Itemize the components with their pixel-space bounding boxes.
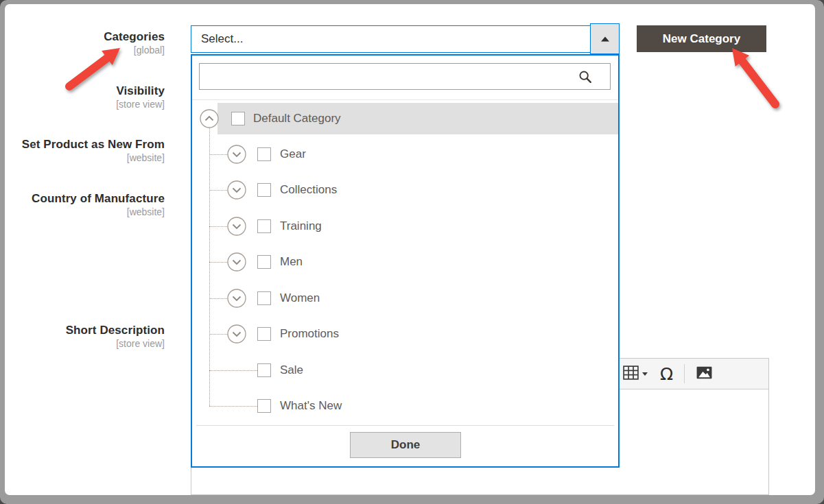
new-category-button[interactable]: New Category bbox=[637, 25, 766, 52]
chevron-down-icon bbox=[642, 372, 648, 376]
field-label-set-product-as-new-from: Set Product as New From [website] bbox=[0, 138, 165, 164]
field-label-text: Set Product as New From bbox=[0, 138, 165, 152]
tree-connector-horizontal bbox=[209, 190, 227, 191]
table-button[interactable] bbox=[621, 363, 649, 385]
field-label-country-of-manufacture: Country of Manufacture [website] bbox=[0, 192, 165, 218]
field-scope-badge: [website] bbox=[0, 152, 165, 164]
expand-node-icon[interactable] bbox=[227, 252, 246, 272]
tree-connector-horizontal bbox=[209, 334, 227, 335]
category-checkbox[interactable] bbox=[257, 291, 271, 305]
image-icon bbox=[696, 364, 713, 383]
category-label[interactable]: Women bbox=[280, 290, 320, 307]
field-label-categories: Categories [global] bbox=[0, 30, 165, 56]
categories-select-value: Select... bbox=[201, 26, 243, 52]
omega-icon: Ω bbox=[660, 365, 673, 383]
special-character-button[interactable]: Ω bbox=[659, 364, 674, 384]
category-checkbox[interactable] bbox=[257, 255, 271, 269]
tree-connector-horizontal bbox=[209, 262, 227, 263]
tree-connector-horizontal bbox=[209, 370, 257, 371]
dropdown-footer-divider bbox=[196, 425, 614, 426]
tree-connector-horizontal bbox=[209, 406, 257, 407]
field-label-visibility: Visibility [store view] bbox=[0, 84, 165, 110]
field-scope-badge: [store view] bbox=[0, 338, 165, 350]
expand-node-icon[interactable] bbox=[227, 289, 246, 308]
categories-select-toggle-button[interactable] bbox=[590, 23, 620, 54]
field-label-short-description: Short Description [store view] bbox=[0, 324, 165, 350]
expand-node-icon[interactable] bbox=[227, 217, 246, 236]
category-checkbox[interactable] bbox=[257, 399, 271, 413]
field-label-text: Categories bbox=[0, 30, 165, 44]
done-button[interactable]: Done bbox=[350, 432, 461, 458]
tree-connector-horizontal bbox=[209, 298, 227, 299]
tree-connector-horizontal bbox=[209, 154, 227, 155]
category-checkbox[interactable] bbox=[257, 363, 271, 377]
category-label[interactable]: Collections bbox=[280, 182, 337, 198]
table-icon bbox=[622, 364, 639, 383]
field-scope-badge: [website] bbox=[0, 206, 165, 218]
category-label[interactable]: Default Category bbox=[253, 110, 341, 127]
categories-select[interactable]: Select... bbox=[191, 25, 620, 53]
caret-up-icon bbox=[601, 36, 609, 41]
category-checkbox[interactable] bbox=[257, 183, 271, 197]
field-scope-badge: [global] bbox=[0, 45, 165, 56]
category-checkbox[interactable] bbox=[257, 219, 271, 233]
category-checkbox[interactable] bbox=[257, 327, 271, 341]
field-label-text: Country of Manufacture bbox=[0, 192, 165, 206]
category-label[interactable]: Gear bbox=[280, 146, 306, 163]
category-label[interactable]: Promotions bbox=[280, 326, 339, 342]
expand-node-icon[interactable] bbox=[227, 324, 246, 344]
tree-connector-horizontal bbox=[209, 226, 227, 227]
category-label[interactable]: Sale bbox=[280, 362, 303, 379]
expand-node-icon[interactable] bbox=[227, 145, 246, 164]
field-label-text: Visibility bbox=[0, 84, 165, 98]
expand-node-icon[interactable] bbox=[227, 180, 246, 200]
category-checkbox[interactable] bbox=[257, 147, 271, 161]
category-checkbox[interactable] bbox=[231, 112, 245, 125]
category-label[interactable]: Training bbox=[280, 218, 322, 235]
tree-connector-vertical bbox=[209, 128, 210, 406]
category-label[interactable]: Men bbox=[280, 254, 303, 270]
insert-image-button[interactable] bbox=[694, 363, 714, 385]
category-tree: Default CategoryGearCollectionsTrainingM… bbox=[192, 56, 618, 466]
collapse-node-icon[interactable] bbox=[200, 109, 219, 128]
field-label-text: Short Description bbox=[0, 324, 165, 337]
categories-dropdown-panel: Default CategoryGearCollectionsTrainingM… bbox=[191, 54, 620, 468]
field-scope-badge: [store view] bbox=[0, 99, 165, 110]
toolbar-divider bbox=[684, 364, 685, 383]
category-label[interactable]: What's New bbox=[280, 398, 342, 414]
window-frame: Categories [global] Visibility [store vi… bbox=[0, 0, 824, 504]
